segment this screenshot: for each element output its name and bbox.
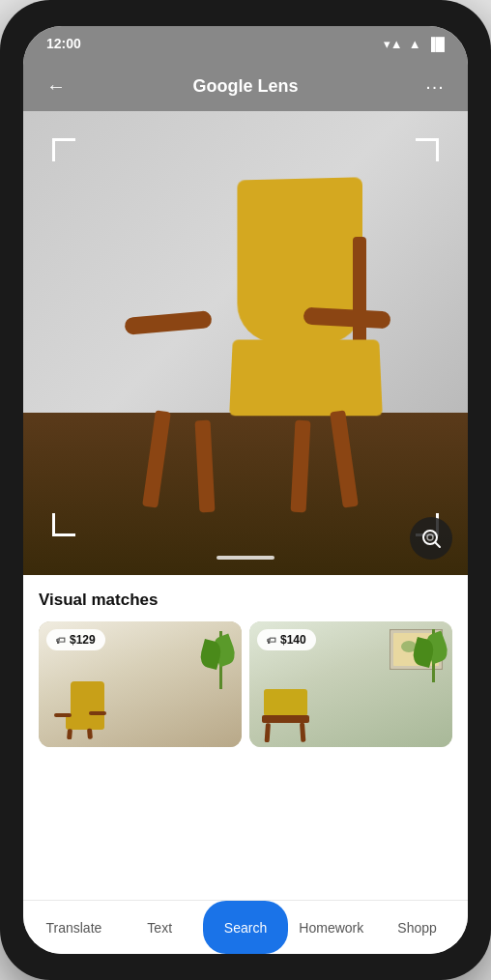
- svg-rect-8: [87, 729, 93, 739]
- signal-icon: ▲: [409, 37, 421, 51]
- svg-rect-13: [264, 689, 307, 716]
- card1-chair-svg: [46, 677, 114, 739]
- status-icons: ▾▲ ▲ ▐█: [384, 37, 445, 51]
- tab-text[interactable]: Text: [117, 901, 203, 954]
- price-value-1: $129: [70, 633, 96, 647]
- status-time: 12:00: [46, 36, 81, 51]
- tab-translate[interactable]: Translate: [31, 901, 117, 954]
- card2-stool-svg: [254, 684, 317, 742]
- scroll-handle[interactable]: [217, 556, 274, 560]
- matches-grid: 🏷 $129: [23, 621, 468, 759]
- app-title-lens: Lens: [258, 76, 299, 96]
- svg-rect-15: [265, 723, 271, 742]
- price-tag-icon-1: 🏷: [56, 635, 66, 646]
- match-card-1[interactable]: 🏷 $129: [39, 621, 242, 747]
- svg-rect-7: [67, 729, 72, 739]
- phone-device: 12:00 ▾▲ ▲ ▐█ ← Google Lens ···: [0, 0, 491, 980]
- tab-search-label: Search: [224, 920, 267, 936]
- svg-rect-16: [300, 723, 305, 742]
- back-button[interactable]: ←: [39, 69, 73, 103]
- visual-matches-title: Visual matches: [23, 575, 468, 621]
- chair-leg-2: [195, 420, 216, 513]
- price-value-2: $140: [280, 633, 306, 647]
- price-tag-icon-2: 🏷: [267, 635, 276, 646]
- tab-homework-label: Homework: [299, 920, 363, 936]
- bottom-nav: Translate Text Search Homework Shopp: [23, 900, 468, 954]
- chair-arm-left: [124, 310, 212, 335]
- app-title: Google Lens: [192, 76, 298, 97]
- match-card-2[interactable]: 🏷 $140: [249, 621, 452, 747]
- tab-shopping[interactable]: Shopp: [374, 901, 460, 954]
- status-bar: 12:00 ▾▲ ▲ ▐█: [23, 26, 468, 61]
- lens-search-button[interactable]: [410, 517, 452, 560]
- tab-text-label: Text: [147, 920, 172, 936]
- tab-translate-label: Translate: [45, 920, 101, 936]
- chair-seat: [229, 339, 383, 416]
- tab-homework[interactable]: Homework: [288, 901, 374, 954]
- price-badge-2: 🏷 $140: [257, 629, 316, 650]
- wifi-icon: ▾▲: [384, 37, 403, 51]
- more-button[interactable]: ···: [418, 69, 452, 103]
- chair-leg-3: [330, 410, 359, 507]
- chair-leg-1: [142, 410, 171, 507]
- phone-screen: 12:00 ▾▲ ▲ ▐█ ← Google Lens ···: [23, 26, 468, 954]
- lens-icon: [419, 527, 443, 550]
- svg-line-1: [436, 543, 441, 548]
- svg-rect-14: [262, 715, 309, 723]
- results-panel: Visual matches: [23, 575, 468, 900]
- svg-point-2: [427, 534, 433, 540]
- price-badge-1: 🏷 $129: [46, 629, 105, 650]
- camera-view: [23, 111, 468, 575]
- chair-leg-4: [291, 420, 311, 513]
- svg-rect-4: [66, 715, 104, 730]
- battery-icon: ▐█: [427, 37, 445, 51]
- tab-shopping-label: Shopp: [397, 920, 436, 936]
- svg-rect-5: [54, 713, 72, 717]
- svg-rect-6: [89, 711, 106, 715]
- app-bar: ← Google Lens ···: [23, 61, 468, 111]
- app-title-google: Google: [192, 76, 252, 96]
- tab-search[interactable]: Search: [203, 901, 289, 954]
- chair-image: [72, 159, 419, 527]
